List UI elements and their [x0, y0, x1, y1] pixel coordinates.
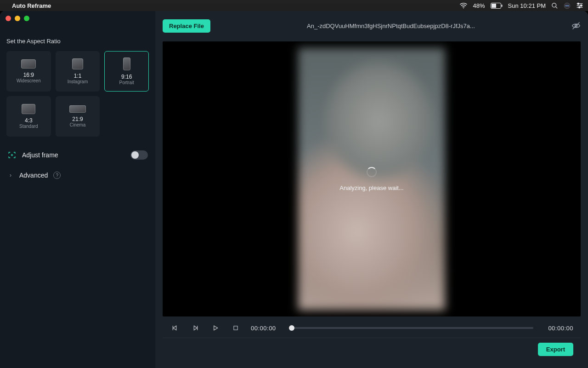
time-current: 00:00:00 — [251, 325, 276, 332]
time-total: 00:00:00 — [548, 325, 573, 332]
svg-marker-20 — [214, 326, 218, 330]
aspect-ratio-thumb-icon — [123, 58, 130, 70]
adjust-frame-label: Adjust frame — [22, 151, 58, 159]
advanced-label: Advanced — [19, 172, 48, 179]
wifi-icon[interactable] — [459, 2, 468, 9]
svg-point-11 — [579, 6, 580, 8]
aspect-ratio-name: 1:1 — [74, 73, 82, 79]
timeline-scrubber[interactable] — [291, 327, 534, 329]
aspect-ratio-option[interactable]: 4:3Standard — [6, 96, 51, 137]
battery-icon — [491, 3, 503, 9]
aspect-ratio-name: 9:16 — [121, 74, 132, 80]
export-button[interactable]: Export — [538, 343, 573, 356]
menubar-clock[interactable]: Sun 10:21 PM — [508, 2, 546, 9]
adjust-frame-toggle[interactable] — [130, 150, 148, 160]
macos-menubar: Auto Reframe 48% Sun 10:21 PM — [0, 0, 588, 11]
aspect-ratio-option[interactable]: 21:9Cinema — [56, 96, 100, 137]
svg-rect-2 — [492, 4, 496, 8]
aspect-ratio-subtitle: Cinema — [70, 122, 85, 127]
file-title: An_-zdDQVuuHMfmn3fgHSjnrNPtqtBudEubsepjp… — [217, 23, 565, 29]
video-preview: Analyzing, please wait... — [163, 41, 581, 316]
window-traffic-lights — [6, 16, 29, 21]
svg-rect-3 — [501, 5, 502, 7]
transport-controls: 00:00:00 00:00:00 — [163, 322, 581, 338]
aspect-ratio-thumb-icon — [21, 59, 36, 69]
aspect-ratio-subtitle: Instagram — [68, 79, 88, 84]
adjust-frame-row: Adjust frame — [6, 150, 149, 161]
window-zoom-button[interactable] — [24, 16, 29, 21]
aspect-ratio-option[interactable]: 9:16Portrait — [104, 51, 149, 92]
aspect-ratio-option[interactable]: 16:9Widescreen — [6, 51, 51, 92]
info-icon[interactable]: ? — [53, 172, 61, 179]
svg-line-15 — [573, 23, 580, 29]
adjust-frame-icon — [7, 150, 17, 160]
app-window: Set the Aspect Ratio 16:9Widescreen1:1In… — [0, 11, 588, 368]
control-center-icon[interactable] — [576, 2, 583, 9]
preview-visibility-toggle-icon[interactable] — [571, 21, 581, 30]
battery-percent: 48% — [473, 2, 485, 9]
window-minimize-button[interactable] — [15, 16, 20, 21]
svg-rect-21 — [234, 326, 237, 330]
window-close-button[interactable] — [6, 16, 11, 21]
svg-point-7 — [577, 3, 579, 4]
settings-sidebar: Set the Aspect Ratio 16:9Widescreen1:1In… — [0, 11, 155, 368]
play-button[interactable] — [210, 323, 220, 333]
aspect-ratio-subtitle: Standard — [19, 124, 38, 129]
aspect-ratio-name: 16:9 — [23, 72, 34, 78]
aspect-ratio-name: 4:3 — [25, 118, 33, 124]
aspect-ratio-thumb-icon — [22, 104, 35, 114]
timeline-playhead[interactable] — [289, 325, 294, 331]
chevron-right-icon: › — [7, 172, 14, 178]
main-panel: Replace File An_-zdDQVuuHMfmn3fgHSjnrNPt… — [155, 11, 588, 368]
siri-icon[interactable] — [564, 2, 571, 9]
aspect-ratio-subtitle: Portrait — [119, 80, 134, 85]
spotlight-search-icon[interactable] — [551, 2, 558, 9]
advanced-disclosure[interactable]: › Advanced ? — [6, 171, 149, 180]
preview-frame — [298, 48, 445, 310]
menubar-app-name[interactable]: Auto Reframe — [12, 2, 51, 9]
aspect-ratio-subtitle: Widescreen — [17, 78, 41, 83]
replace-file-button[interactable]: Replace File — [163, 19, 210, 33]
aspect-ratio-thumb-icon — [69, 105, 86, 113]
svg-marker-18 — [194, 326, 197, 330]
svg-point-4 — [552, 3, 556, 7]
svg-marker-16 — [173, 326, 176, 330]
aspect-ratio-option[interactable]: 1:1Instagram — [56, 51, 100, 92]
aspect-ratio-name: 21:9 — [72, 116, 83, 122]
stop-button[interactable] — [231, 323, 241, 333]
next-frame-button[interactable] — [190, 323, 200, 333]
aspect-ratio-thumb-icon — [72, 58, 83, 69]
prev-frame-button[interactable] — [170, 323, 180, 333]
svg-point-9 — [581, 5, 582, 6]
main-header: Replace File An_-zdDQVuuHMfmn3fgHSjnrNPt… — [163, 17, 581, 35]
svg-point-0 — [463, 7, 464, 8]
aspect-ratio-section-title: Set the Aspect Ratio — [6, 38, 149, 45]
footer: Export — [163, 338, 581, 361]
aspect-ratio-grid: 16:9Widescreen1:1Instagram9:16Portrait4:… — [6, 51, 149, 137]
